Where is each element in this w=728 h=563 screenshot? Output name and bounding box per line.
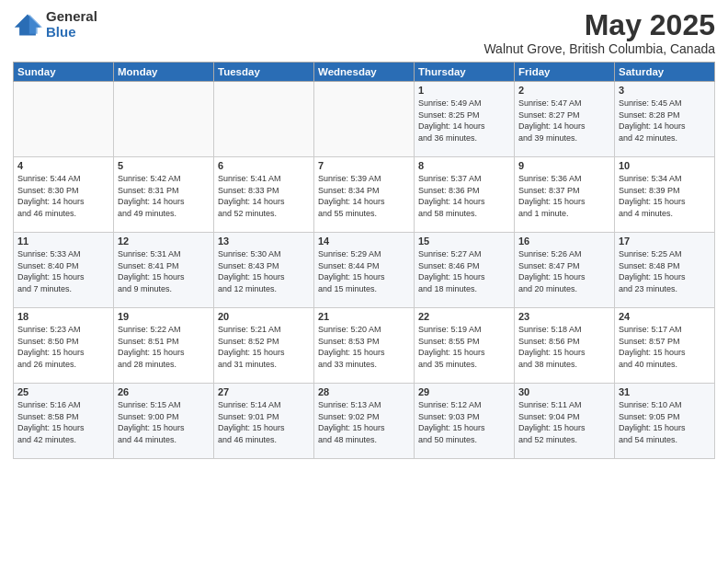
calendar-cell: 7Sunrise: 5:39 AM Sunset: 8:34 PM Daylig…	[314, 157, 415, 233]
day-info: Sunrise: 5:12 AM Sunset: 9:03 PM Dayligh…	[418, 399, 510, 445]
calendar-cell: 8Sunrise: 5:37 AM Sunset: 8:36 PM Daylig…	[415, 157, 515, 233]
day-number: 31	[619, 386, 711, 397]
calendar-cell: 2Sunrise: 5:47 AM Sunset: 8:27 PM Daylig…	[515, 82, 615, 157]
week-row-5: 25Sunrise: 5:16 AM Sunset: 8:58 PM Dayli…	[14, 384, 715, 459]
day-info: Sunrise: 5:49 AM Sunset: 8:25 PM Dayligh…	[418, 98, 510, 144]
calendar-cell	[314, 82, 415, 157]
day-number: 8	[418, 160, 510, 171]
day-number: 9	[518, 160, 610, 171]
calendar-cell: 14Sunrise: 5:29 AM Sunset: 8:44 PM Dayli…	[314, 233, 415, 308]
day-number: 24	[619, 311, 711, 322]
day-info: Sunrise: 5:27 AM Sunset: 8:46 PM Dayligh…	[418, 248, 510, 294]
calendar-cell: 9Sunrise: 5:36 AM Sunset: 8:37 PM Daylig…	[515, 157, 615, 233]
col-wednesday: Wednesday	[314, 63, 415, 82]
day-info: Sunrise: 5:36 AM Sunset: 8:37 PM Dayligh…	[518, 173, 610, 219]
day-info: Sunrise: 5:41 AM Sunset: 8:33 PM Dayligh…	[218, 173, 310, 219]
calendar-cell: 26Sunrise: 5:15 AM Sunset: 9:00 PM Dayli…	[114, 384, 214, 459]
day-info: Sunrise: 5:11 AM Sunset: 9:04 PM Dayligh…	[518, 399, 610, 445]
day-info: Sunrise: 5:13 AM Sunset: 9:02 PM Dayligh…	[318, 399, 410, 445]
calendar-cell: 17Sunrise: 5:25 AM Sunset: 8:48 PM Dayli…	[615, 233, 715, 308]
col-friday: Friday	[515, 63, 615, 82]
week-row-4: 18Sunrise: 5:23 AM Sunset: 8:50 PM Dayli…	[14, 308, 715, 384]
location-title: Walnut Grove, British Columbia, Canada	[483, 41, 715, 56]
day-number: 17	[619, 236, 711, 247]
day-info: Sunrise: 5:42 AM Sunset: 8:31 PM Dayligh…	[118, 173, 210, 219]
day-number: 4	[17, 160, 109, 171]
day-number: 3	[619, 85, 711, 96]
day-info: Sunrise: 5:47 AM Sunset: 8:27 PM Dayligh…	[518, 98, 610, 144]
calendar-cell: 13Sunrise: 5:30 AM Sunset: 8:43 PM Dayli…	[214, 233, 314, 308]
day-number: 14	[318, 236, 410, 247]
day-number: 22	[418, 311, 510, 322]
col-saturday: Saturday	[615, 63, 715, 82]
calendar-cell: 11Sunrise: 5:33 AM Sunset: 8:40 PM Dayli…	[14, 233, 114, 308]
day-info: Sunrise: 5:18 AM Sunset: 8:56 PM Dayligh…	[518, 324, 610, 370]
day-number: 30	[518, 386, 610, 397]
day-info: Sunrise: 5:19 AM Sunset: 8:55 PM Dayligh…	[418, 324, 510, 370]
calendar-cell: 24Sunrise: 5:17 AM Sunset: 8:57 PM Dayli…	[615, 308, 715, 384]
day-number: 16	[518, 236, 610, 247]
day-number: 27	[218, 386, 310, 397]
day-number: 19	[118, 311, 210, 322]
calendar-cell: 30Sunrise: 5:11 AM Sunset: 9:04 PM Dayli…	[515, 384, 615, 459]
day-info: Sunrise: 5:31 AM Sunset: 8:41 PM Dayligh…	[118, 248, 210, 294]
col-thursday: Thursday	[415, 63, 515, 82]
calendar-cell	[114, 82, 214, 157]
week-row-1: 1Sunrise: 5:49 AM Sunset: 8:25 PM Daylig…	[14, 82, 715, 157]
calendar-cell	[14, 82, 114, 157]
col-monday: Monday	[114, 63, 214, 82]
day-number: 12	[118, 236, 210, 247]
day-number: 2	[518, 85, 610, 96]
calendar-cell: 25Sunrise: 5:16 AM Sunset: 8:58 PM Dayli…	[14, 384, 114, 459]
col-tuesday: Tuesday	[214, 63, 314, 82]
calendar-cell: 20Sunrise: 5:21 AM Sunset: 8:52 PM Dayli…	[214, 308, 314, 384]
day-info: Sunrise: 5:37 AM Sunset: 8:36 PM Dayligh…	[418, 173, 510, 219]
day-info: Sunrise: 5:10 AM Sunset: 9:05 PM Dayligh…	[619, 399, 711, 445]
day-number: 20	[218, 311, 310, 322]
svg-marker-1	[29, 14, 42, 33]
calendar-cell: 1Sunrise: 5:49 AM Sunset: 8:25 PM Daylig…	[415, 82, 515, 157]
calendar-cell: 22Sunrise: 5:19 AM Sunset: 8:55 PM Dayli…	[415, 308, 515, 384]
calendar-cell: 10Sunrise: 5:34 AM Sunset: 8:39 PM Dayli…	[615, 157, 715, 233]
day-info: Sunrise: 5:45 AM Sunset: 8:28 PM Dayligh…	[619, 98, 711, 144]
day-number: 6	[218, 160, 310, 171]
day-info: Sunrise: 5:21 AM Sunset: 8:52 PM Dayligh…	[218, 324, 310, 370]
day-info: Sunrise: 5:30 AM Sunset: 8:43 PM Dayligh…	[218, 248, 310, 294]
logo: General Blue	[13, 9, 97, 40]
day-info: Sunrise: 5:34 AM Sunset: 8:39 PM Dayligh…	[619, 173, 711, 219]
day-number: 28	[318, 386, 410, 397]
day-info: Sunrise: 5:23 AM Sunset: 8:50 PM Dayligh…	[17, 324, 109, 370]
calendar-cell: 19Sunrise: 5:22 AM Sunset: 8:51 PM Dayli…	[114, 308, 214, 384]
day-number: 25	[17, 386, 109, 397]
day-info: Sunrise: 5:25 AM Sunset: 8:48 PM Dayligh…	[619, 248, 711, 294]
day-info: Sunrise: 5:26 AM Sunset: 8:47 PM Dayligh…	[518, 248, 610, 294]
calendar-cell: 6Sunrise: 5:41 AM Sunset: 8:33 PM Daylig…	[214, 157, 314, 233]
day-number: 23	[518, 311, 610, 322]
day-number: 10	[619, 160, 711, 171]
calendar-cell	[214, 82, 314, 157]
title-block: May 2025 Walnut Grove, British Columbia,…	[483, 9, 715, 56]
day-info: Sunrise: 5:44 AM Sunset: 8:30 PM Dayligh…	[17, 173, 109, 219]
calendar-cell: 28Sunrise: 5:13 AM Sunset: 9:02 PM Dayli…	[314, 384, 415, 459]
week-row-3: 11Sunrise: 5:33 AM Sunset: 8:40 PM Dayli…	[14, 233, 715, 308]
calendar-cell: 21Sunrise: 5:20 AM Sunset: 8:53 PM Dayli…	[314, 308, 415, 384]
day-info: Sunrise: 5:33 AM Sunset: 8:40 PM Dayligh…	[17, 248, 109, 294]
day-number: 18	[17, 311, 109, 322]
day-info: Sunrise: 5:15 AM Sunset: 9:00 PM Dayligh…	[118, 399, 210, 445]
calendar-cell: 18Sunrise: 5:23 AM Sunset: 8:50 PM Dayli…	[14, 308, 114, 384]
day-info: Sunrise: 5:20 AM Sunset: 8:53 PM Dayligh…	[318, 324, 410, 370]
calendar-cell: 3Sunrise: 5:45 AM Sunset: 8:28 PM Daylig…	[615, 82, 715, 157]
day-number: 21	[318, 311, 410, 322]
logo-text: General Blue	[46, 9, 97, 40]
calendar-cell: 23Sunrise: 5:18 AM Sunset: 8:56 PM Dayli…	[515, 308, 615, 384]
day-info: Sunrise: 5:39 AM Sunset: 8:34 PM Dayligh…	[318, 173, 410, 219]
day-number: 11	[17, 236, 109, 247]
calendar-cell: 15Sunrise: 5:27 AM Sunset: 8:46 PM Dayli…	[415, 233, 515, 308]
calendar-cell: 5Sunrise: 5:42 AM Sunset: 8:31 PM Daylig…	[114, 157, 214, 233]
calendar-header-row: Sunday Monday Tuesday Wednesday Thursday…	[14, 63, 715, 82]
day-info: Sunrise: 5:14 AM Sunset: 9:01 PM Dayligh…	[218, 399, 310, 445]
day-number: 13	[218, 236, 310, 247]
day-number: 5	[118, 160, 210, 171]
logo-blue-text: Blue	[46, 25, 97, 40]
col-sunday: Sunday	[14, 63, 114, 82]
